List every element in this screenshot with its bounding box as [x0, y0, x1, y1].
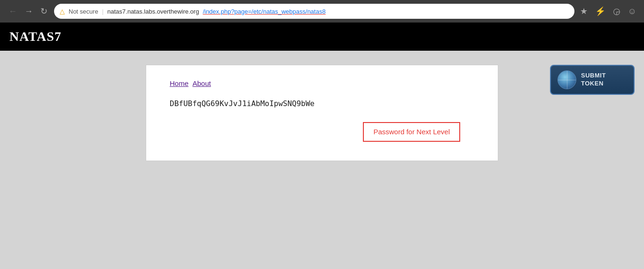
submit-token-label: Submit Token: [581, 72, 606, 88]
site-header: NATAS7: [0, 23, 644, 51]
content-area: DBfUBfqQG69KvJvJ1iAbMoIpwSNQ9bWe Passwor…: [170, 99, 474, 142]
nav-links: Home About: [170, 79, 474, 88]
browser-nav-buttons: ← → ↻: [6, 5, 50, 17]
submit-token-line1: Submit: [581, 72, 606, 79]
next-level-box[interactable]: Password for Next Level: [363, 122, 460, 142]
address-bar[interactable]: △ Not secure | natas7.natas.labs.overthe…: [54, 4, 574, 19]
back-button[interactable]: ←: [6, 5, 20, 17]
forward-button[interactable]: →: [22, 5, 36, 17]
globe-icon: [558, 70, 576, 89]
url-path: /index.php?page=/etc/natas_webpass/natas…: [203, 8, 325, 15]
reload-button[interactable]: ↻: [38, 5, 50, 17]
url-separator: |: [102, 8, 103, 15]
submit-token-line2: Token: [581, 80, 604, 87]
puzzle-button[interactable]: ◶: [611, 4, 622, 18]
url-domain: natas7.natas.labs.overthewire.org: [107, 8, 199, 15]
site-title: NATAS7: [9, 29, 62, 44]
profile-button[interactable]: ☺: [626, 5, 638, 18]
main-content: Home About DBfUBfqQG69KvJvJ1iAbMoIpwSNQ9…: [0, 51, 644, 269]
content-card: Home About DBfUBfqQG69KvJvJ1iAbMoIpwSNQ9…: [146, 65, 498, 161]
bookmark-button[interactable]: ★: [578, 4, 589, 18]
browser-actions: ★ ⚡ ◶ ☺: [578, 4, 638, 18]
browser-chrome: ← → ↻ △ Not secure | natas7.natas.labs.o…: [0, 0, 644, 23]
next-level-link[interactable]: Password for Next Level: [373, 128, 450, 136]
about-link[interactable]: About: [192, 79, 211, 87]
password-text: DBfUBfqQG69KvJvJ1iAbMoIpwSNQ9bWe: [170, 99, 474, 108]
home-link[interactable]: Home: [170, 79, 188, 87]
not-secure-label: Not secure: [69, 8, 98, 15]
submit-token-button[interactable]: Submit Token: [550, 65, 635, 95]
extension-button[interactable]: ⚡: [593, 4, 607, 18]
warning-icon: △: [60, 8, 65, 15]
